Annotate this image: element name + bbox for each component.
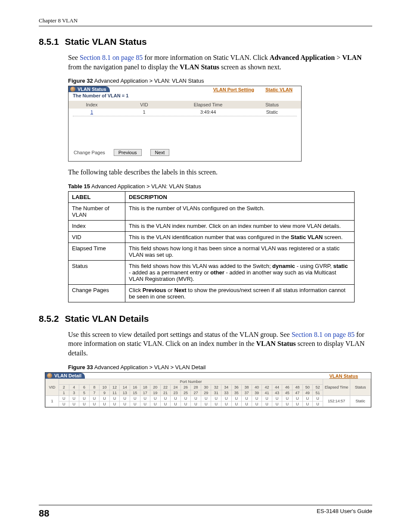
vlan-elapsed-cell: 3:49:44: [173, 109, 243, 115]
table-15: LABEL DESCRIPTION The Number of VLAN Thi…: [68, 191, 355, 302]
port-header: 4: [69, 384, 79, 390]
port-header: 13: [120, 390, 130, 395]
port-header: 15: [130, 390, 140, 395]
port-cell: U: [242, 401, 252, 407]
port-cell: U: [130, 395, 140, 401]
port-header: 5: [79, 390, 90, 395]
port-cell: U: [282, 401, 293, 407]
section-title: Static VLAN Details: [65, 314, 149, 324]
table-15-intro: The following table describes the labels…: [68, 168, 372, 177]
port-header: 40: [252, 384, 262, 390]
port-cell: U: [171, 395, 181, 401]
port-header: 25: [181, 390, 191, 395]
vlan-status-link[interactable]: VLAN Status: [329, 373, 358, 379]
port-header: 24: [171, 384, 181, 390]
port-header: 9: [100, 390, 110, 395]
page-footer: 88 ES-3148 User's Guide: [39, 505, 372, 519]
port-cell: U: [211, 401, 221, 407]
port-cell: U: [150, 401, 161, 407]
table-row: Index This is the VLAN index number. Cli…: [68, 220, 355, 231]
static-vlan-link[interactable]: Static VLAN: [265, 87, 293, 92]
col-description: DESCRIPTION: [125, 191, 355, 202]
port-header: 51: [313, 390, 323, 395]
port-cell: U: [221, 395, 232, 401]
port-cell: U: [191, 401, 201, 407]
port-cell: U: [89, 401, 100, 407]
figure-33-caption: Figure 33 Advanced Application > VLAN > …: [68, 364, 372, 370]
port-cell: U: [89, 395, 100, 401]
link-section-8-1-b[interactable]: Section 8.1 on page 85: [292, 331, 355, 338]
section-num: 8.5.2: [39, 314, 59, 324]
port-cell: U: [79, 395, 90, 401]
vlan-status-table: Index VID Elapsed Time Status 1 1 3:49:4…: [68, 101, 301, 115]
port-cell: U: [150, 395, 161, 401]
port-header: 30: [201, 384, 211, 390]
table-15-caption: Table 15 Advanced Application > VLAN: VL…: [68, 183, 372, 190]
port-cell: U: [100, 395, 110, 401]
port-cell: U: [120, 395, 130, 401]
port-cell: U: [160, 401, 171, 407]
port-cell: U: [201, 395, 211, 401]
vlan-detail-tab: VLAN Detail: [45, 373, 85, 379]
link-section-8-1[interactable]: Section 8.1 on page 85: [80, 54, 143, 61]
port-header: 29: [201, 390, 211, 395]
port-header: 48: [292, 384, 302, 390]
col-elapsed: Elapsed Time: [323, 379, 350, 395]
vlan-status-tab: VLAN Status: [68, 86, 110, 92]
col-label: LABEL: [68, 191, 125, 202]
table-row: The Number of VLAN This is the number of…: [68, 202, 355, 220]
port-cell: U: [211, 395, 221, 401]
port-header: 37: [242, 390, 252, 395]
port-cell: U: [201, 401, 211, 407]
port-header: 23: [171, 390, 181, 395]
port-header: 50: [302, 384, 313, 390]
port-header: 21: [160, 390, 171, 395]
port-header: 28: [191, 384, 201, 390]
port-header: 18: [140, 384, 150, 390]
port-cell: U: [130, 401, 140, 407]
port-header: 16: [130, 384, 140, 390]
port-cell: U: [302, 401, 313, 407]
section-title: Static VLAN Status: [65, 37, 147, 47]
port-cell: U: [100, 401, 110, 407]
figure-32-caption: Figure 32 Advanced Application > VLAN: V…: [68, 78, 372, 84]
port-header: 52: [313, 384, 323, 390]
port-header: 41: [262, 390, 272, 395]
vlan-index-link[interactable]: 1: [68, 109, 115, 115]
port-header: 3: [69, 390, 79, 395]
port-cell: U: [272, 401, 282, 407]
next-button[interactable]: Next: [150, 149, 170, 156]
port-header: 2: [59, 384, 69, 390]
port-header: 42: [262, 384, 272, 390]
table-row: Status This field shows how this VLAN wa…: [68, 260, 355, 284]
port-cell: U: [181, 401, 191, 407]
port-cell: U: [191, 395, 201, 401]
port-cell: U: [69, 395, 79, 401]
vlan-port-setting-link[interactable]: VLAN Port Setting: [213, 87, 254, 92]
vlan-detail-elapsed: 152:14:57: [323, 395, 350, 407]
port-cell: U: [231, 401, 242, 407]
col-status: Status: [243, 101, 301, 109]
port-cell: U: [109, 401, 120, 407]
port-cell: U: [252, 401, 262, 407]
port-cell: U: [79, 401, 90, 407]
guide-title: ES-3148 User's Guide: [317, 508, 372, 519]
port-header: 1: [59, 390, 69, 395]
port-cell: U: [120, 401, 130, 407]
port-header: 27: [191, 390, 201, 395]
port-header: 26: [181, 384, 191, 390]
port-header: 38: [242, 384, 252, 390]
vlan-detail-table: VID Port Number Elapsed Time Status 2468…: [45, 379, 371, 407]
port-header: 33: [221, 390, 232, 395]
vlan-count-label: The Number of VLAN = 1: [73, 93, 301, 98]
port-header: 6: [79, 384, 90, 390]
port-cell: U: [313, 395, 323, 401]
port-header: 35: [231, 390, 242, 395]
port-cell: U: [109, 395, 120, 401]
port-header: 39: [252, 390, 262, 395]
port-cell: U: [221, 401, 232, 407]
port-cell: U: [140, 395, 150, 401]
previous-button[interactable]: Previous: [114, 149, 142, 156]
port-header: 20: [150, 384, 161, 390]
tab-bullet-icon: [47, 373, 52, 378]
